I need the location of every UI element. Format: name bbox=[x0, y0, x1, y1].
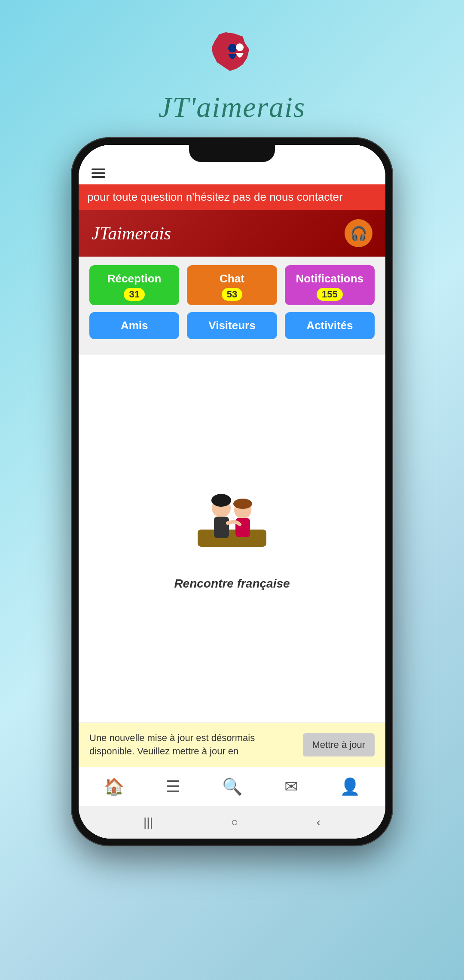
brand-header: JTaimerais 🎧 bbox=[79, 210, 385, 257]
app-logo-icon bbox=[204, 26, 260, 82]
android-recent-btn[interactable]: ||| bbox=[143, 815, 153, 829]
phone-notch bbox=[189, 145, 275, 162]
svg-point-0 bbox=[228, 44, 237, 52]
activites-button[interactable]: Activités bbox=[285, 312, 375, 339]
svg-rect-4 bbox=[214, 517, 229, 538]
bottom-nav: 🏠 ☰ 🔍 ✉ 👤 bbox=[79, 767, 385, 806]
action-buttons: Réception 31 Chat 53 Notifications 155 bbox=[79, 257, 385, 355]
action-row-2: Amis Visiteurs Activités bbox=[89, 312, 375, 339]
brand-title: JTaimerais bbox=[92, 223, 171, 244]
android-home-btn[interactable]: ○ bbox=[231, 815, 238, 829]
promo-text: Rencontre française bbox=[174, 577, 290, 591]
svg-point-5 bbox=[211, 494, 231, 507]
home-icon: 🏠 bbox=[104, 777, 124, 796]
amis-button[interactable]: Amis bbox=[89, 312, 179, 339]
app-name: JT'aimerais bbox=[159, 90, 306, 124]
search-icon: 🔍 bbox=[222, 777, 242, 796]
android-back-btn[interactable]: ‹ bbox=[317, 815, 321, 829]
update-message: Une nouvelle mise à jour est désormais d… bbox=[89, 732, 296, 758]
nav-profile[interactable]: 👤 bbox=[331, 775, 369, 798]
android-nav: ||| ○ ‹ bbox=[79, 806, 385, 839]
nav-home[interactable]: 🏠 bbox=[95, 775, 133, 798]
svg-rect-7 bbox=[235, 518, 250, 537]
action-row-1: Réception 31 Chat 53 Notifications 155 bbox=[89, 265, 375, 305]
hamburger-menu[interactable] bbox=[92, 168, 105, 178]
notifications-button[interactable]: Notifications 155 bbox=[285, 265, 375, 305]
menu-icon: ☰ bbox=[166, 777, 180, 796]
reception-button[interactable]: Réception 31 bbox=[89, 265, 179, 305]
phone-screen: pour toute question n'hésitez pas de nou… bbox=[79, 145, 385, 839]
update-banner: Une nouvelle mise à jour est désormais d… bbox=[79, 723, 385, 767]
nav-menu[interactable]: ☰ bbox=[157, 775, 189, 798]
couple-illustration bbox=[189, 487, 275, 555]
svg-rect-2 bbox=[198, 530, 266, 547]
nav-search[interactable]: 🔍 bbox=[214, 775, 251, 798]
profile-icon: 👤 bbox=[340, 777, 360, 796]
mail-icon: ✉ bbox=[284, 777, 298, 796]
update-button[interactable]: Mettre à jour bbox=[303, 733, 375, 756]
chat-button[interactable]: Chat 53 bbox=[187, 265, 277, 305]
svg-point-1 bbox=[236, 43, 244, 51]
screen-content: pour toute question n'hésitez pas de nou… bbox=[79, 145, 385, 839]
svg-point-8 bbox=[233, 499, 252, 509]
info-banner: pour toute question n'hésitez pas de nou… bbox=[79, 184, 385, 210]
app-header: JT'aimerais bbox=[159, 26, 306, 124]
phone-frame: pour toute question n'hésitez pas de nou… bbox=[71, 137, 393, 846]
visiteurs-button[interactable]: Visiteurs bbox=[187, 312, 277, 339]
nav-mail[interactable]: ✉ bbox=[276, 775, 307, 798]
promo-image bbox=[189, 487, 275, 573]
main-content: Rencontre française bbox=[79, 355, 385, 723]
support-icon[interactable]: 🎧 bbox=[345, 219, 372, 247]
